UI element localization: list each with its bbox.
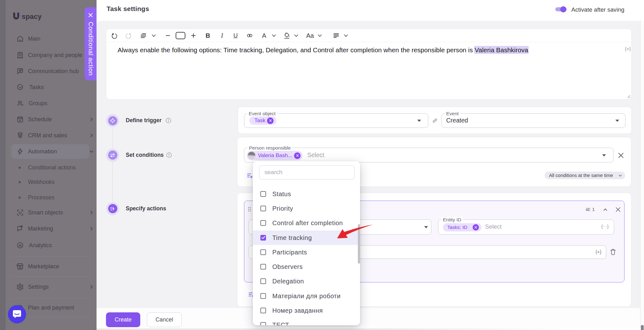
svg-text:spacy: spacy xyxy=(22,13,42,20)
